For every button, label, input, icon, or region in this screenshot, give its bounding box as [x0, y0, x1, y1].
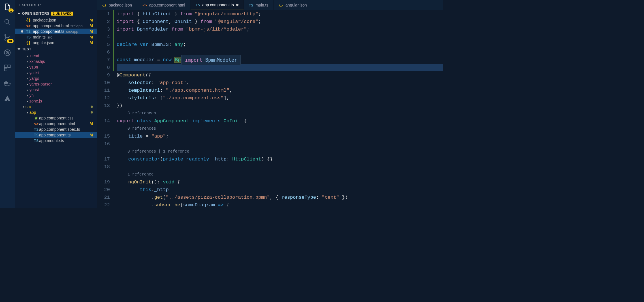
code-line[interactable]: export class AppComponent implements OnI… — [117, 117, 443, 125]
code-line[interactable]: declare var BpmnJS: any; — [117, 41, 443, 48]
file-type-icon: TS — [25, 35, 31, 39]
debug-icon[interactable] — [3, 49, 11, 57]
code-line[interactable]: styleUrls: ["./app.component.css"], — [117, 94, 443, 102]
extensions-icon[interactable] — [3, 64, 11, 72]
svg-rect-12 — [6, 81, 7, 82]
modified-indicator: M — [89, 29, 93, 34]
tree-folder[interactable]: ▸xxhashjs — [15, 59, 97, 64]
tree-label: yargs-parser — [29, 82, 52, 86]
tree-folder[interactable]: ▸y18n — [15, 64, 97, 70]
source-control-icon[interactable]: 10 — [3, 33, 11, 41]
tree-file[interactable]: #app.component.css — [15, 115, 97, 121]
code-line[interactable]: this._http — [117, 186, 443, 194]
file-type-icon: {} — [279, 3, 283, 7]
code-line[interactable]: import BpmnModeler from "bpmn-js/lib/Mod… — [117, 25, 443, 33]
editor-tab[interactable]: TSapp.component.ts — [191, 0, 244, 10]
editor-tab[interactable]: <>app.component.html — [137, 0, 191, 10]
code-line[interactable] — [117, 64, 443, 71]
code-line[interactable]: import { HttpClient } from "@angular/com… — [117, 10, 443, 18]
tree-folder[interactable]: ▸xtend — [15, 53, 97, 59]
editor-tab[interactable]: {}package.json — [97, 0, 137, 10]
code-source[interactable]: import BpmnModeler import { HttpClient }… — [114, 10, 443, 208]
line-number: 16 — [97, 140, 110, 148]
code-line[interactable] — [117, 140, 443, 148]
code-line[interactable]: const modeler = new BpmnModeler({}); — [117, 56, 443, 64]
line-number: 19 — [97, 178, 110, 186]
file-type-icon: # — [33, 116, 39, 120]
open-editors-header[interactable]: OPEN EDITORS 1 UNSAVED — [15, 10, 97, 17]
open-editor-item[interactable]: TSmain.tssrcM — [15, 34, 97, 40]
line-number: 22 — [97, 201, 110, 208]
tree-folder[interactable]: ▸yargs — [15, 76, 97, 81]
open-editor-label: app.component.html — [33, 23, 69, 28]
code-line[interactable]: .get("../assets/pizza-collaboration.bpmn… — [117, 194, 443, 201]
code-line[interactable]: @Component({ — [117, 71, 443, 79]
code-line[interactable]: templateUrl: "./app.component.html", — [117, 87, 443, 94]
code-line[interactable]: selector: "app-root", — [117, 79, 443, 87]
tree-folder[interactable]: ▸yn — [15, 93, 97, 98]
open-editor-item[interactable]: {}angular.jsonM — [15, 40, 97, 46]
open-editor-path: src\app — [66, 29, 78, 34]
tree-expand-icon: ▸ — [25, 60, 29, 63]
code-lens[interactable]: 1 reference — [117, 171, 443, 178]
tree-file[interactable]: TSapp.component.spec.ts — [15, 127, 97, 132]
code-line[interactable]: title = "app"; — [117, 132, 443, 140]
azure-icon[interactable] — [3, 95, 11, 102]
line-number: 4 — [97, 33, 110, 41]
intellisense-hint[interactable]: import BpmnModeler — [181, 55, 241, 65]
tree-file[interactable]: TSapp.component.tsM — [15, 132, 97, 138]
code-lens[interactable]: 0 references — [117, 125, 443, 132]
code-line[interactable]: ngOnInit(): void { — [117, 178, 443, 186]
open-editor-item[interactable]: <>app.component.htmlsrc\appM — [15, 23, 97, 29]
open-editor-label: app.component.ts — [33, 29, 64, 34]
tree-folder[interactable]: ▸yargs-parser — [15, 81, 97, 87]
editor-tab[interactable]: {}angular.json — [274, 0, 312, 10]
tree-label: xxhashjs — [29, 59, 45, 64]
file-type-icon: {} — [25, 40, 31, 45]
svg-point-3 — [9, 37, 10, 38]
tree-folder[interactable]: ▸yallist — [15, 70, 97, 76]
tree-label: app.component.html — [39, 121, 75, 126]
tree-expand-icon: ▸ — [25, 83, 29, 86]
tree-expand-icon: ▸ — [25, 54, 29, 57]
tree-label: app.component.ts — [39, 133, 71, 137]
tree-file[interactable]: TSapp.module.ts — [15, 138, 97, 143]
tree-expand-icon: ▸ — [25, 66, 29, 69]
code-line[interactable]: .subscribe(someDiagram => { — [117, 201, 443, 208]
code-line[interactable]: import { Component, OnInit } from "@angu… — [117, 18, 443, 25]
svg-rect-6 — [5, 65, 7, 68]
file-type-icon: TS — [33, 133, 39, 137]
code-line[interactable]: }) — [117, 102, 443, 110]
line-number: 9 — [97, 71, 110, 79]
open-editor-item[interactable]: TSapp.component.tssrc\appM — [15, 29, 97, 34]
tree-label: zone.js — [29, 99, 42, 103]
code-line[interactable]: constructor(private readonly _http: Http… — [117, 155, 443, 163]
tree-folder[interactable]: ▾src — [15, 104, 97, 110]
code-line[interactable] — [117, 163, 443, 171]
tab-label: main.ts — [255, 3, 268, 7]
modified-indicator: M — [89, 40, 93, 45]
editor-tab[interactable]: TSmain.ts — [244, 0, 274, 10]
unsaved-badge: 1 UNSAVED — [51, 12, 73, 16]
line-number: 1 — [97, 10, 110, 18]
search-icon[interactable] — [3, 18, 11, 26]
code-lens[interactable]: 8 references — [117, 110, 443, 117]
code-area[interactable]: 12345678910111213141516171819202122 impo… — [97, 10, 443, 208]
open-editor-item[interactable]: {}package.jsonM — [15, 17, 97, 23]
project-header[interactable]: TEST — [15, 46, 97, 53]
editor-region: {}package.json<>app.component.htmlTSapp.… — [97, 0, 443, 208]
svg-rect-7 — [8, 65, 10, 68]
line-number: 20 — [97, 186, 110, 194]
tree-folder[interactable]: ▸yeast — [15, 87, 97, 93]
tree-folder[interactable]: ▸zone.js — [15, 98, 97, 104]
explorer-icon[interactable]: 1 — [3, 3, 11, 11]
code-lens[interactable]: 0 references | 1 reference — [117, 148, 443, 155]
line-number: 12 — [97, 94, 110, 102]
code-line[interactable] — [117, 48, 443, 56]
scm-badge: 10 — [7, 39, 14, 43]
file-type-icon: TS — [33, 138, 39, 143]
code-line[interactable] — [117, 33, 443, 41]
tree-file[interactable]: <>app.component.htmlM — [15, 121, 97, 127]
docker-icon[interactable] — [3, 79, 11, 87]
tree-folder[interactable]: ▾app — [15, 110, 97, 115]
